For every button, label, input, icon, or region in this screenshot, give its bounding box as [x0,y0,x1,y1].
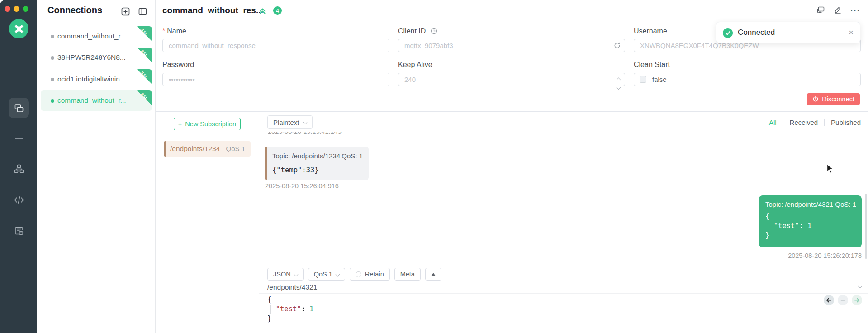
success-check-icon [723,28,733,38]
plus-icon [14,133,24,144]
toast-close-button[interactable]: × [849,28,854,38]
connection-list-item-selected[interactable]: command_without_r... SSL [41,90,152,111]
window-minimize-button[interactable] [14,6,19,12]
window-maximize-button[interactable] [23,6,28,12]
status-dot [51,78,54,81]
arrow-left-icon [826,297,832,303]
name-label: *Name [162,27,186,35]
history-current-button[interactable] [838,295,848,305]
more-options-icon[interactable]: ··· [850,7,860,14]
sidebar-layout-icon [138,7,147,16]
meta-button[interactable]: Meta [394,268,421,281]
stepper-down-button[interactable] [612,83,625,91]
filter-all[interactable]: All [769,119,777,126]
keep-alive-field [398,73,625,86]
client-id-label: Client ID [398,27,437,35]
chevron-down-icon [335,272,340,276]
connection-title: command_without_res... [162,5,263,15]
nav-rail [0,0,37,333]
filter-divider [783,119,783,126]
connection-list-item[interactable]: ocid1.iotdigitaltwinin... SSL [41,69,152,90]
message-timestamp: 2025-08-20 15:26:04:916 [265,182,339,190]
message-payload: { "test": 1 } [765,212,812,240]
chevron-down-icon [303,120,307,124]
client-id-input[interactable] [398,39,625,52]
ssl-badge: SSL [137,69,152,84]
triangle-up-icon [431,273,436,276]
refresh-client-id-icon[interactable] [614,42,621,49]
edit-pencil-icon[interactable] [834,6,842,14]
message-meta-row: Topic: /endpoints/1234 QoS: 1 [272,152,363,160]
nav-topic-tree-button[interactable] [9,158,29,179]
connection-name: 38HPW5R248Y6N8... [57,53,126,62]
published-message-bubble: Topic: /endpoints/4321 QoS: 1 { "test": … [759,195,862,247]
double-chevron-up-icon [259,7,266,14]
keep-alive-input[interactable] [398,73,625,86]
received-message-bubble: Topic: /endpoints/1234 QoS: 1 {"temp":33… [265,147,369,180]
mqttx-app-window: Connections command_without_r... SSL 38H… [0,0,868,333]
history-next-button[interactable] [852,295,862,305]
collapse-panel-button[interactable] [138,7,147,16]
nav-script-button[interactable] [9,190,29,210]
header-actions: ··· [816,6,860,14]
password-input[interactable] [162,73,389,86]
collapse-form-button[interactable] [259,7,266,16]
stepper-up-button[interactable] [612,73,625,83]
clean-start-checkbox[interactable] [640,76,646,83]
chevron-down-icon[interactable] [858,284,863,289]
sitemap-icon [14,163,24,174]
message-timestamp: 2025-08-20 15:26:20:178 [788,252,862,259]
new-subscription-button[interactable]: + New Subscription [174,118,241,130]
qos-dropdown[interactable]: QoS 1 [308,268,345,281]
topic-color-bar [164,141,166,157]
connection-detail-header: command_without_res... 4 ··· *Name Clien… [156,0,868,111]
clean-start-label: Clean Start [634,61,670,69]
name-input[interactable] [162,39,389,52]
payload-history-controls [824,295,862,305]
toast-message: Connected [738,28,775,37]
filter-divider [824,119,825,126]
history-clock-icon [431,28,437,34]
collapse-composer-button[interactable] [425,268,441,281]
nav-connections-button[interactable] [9,98,29,118]
nav-log-button[interactable] [9,220,29,241]
payload-format-dropdown[interactable]: Plaintext [267,115,313,129]
new-connection-button[interactable] [121,7,130,16]
mqttx-logo [9,19,28,38]
ssl-badge: SSL [137,48,152,62]
subscription-item[interactable]: /endpoints/1234 QoS 1 [164,141,251,157]
power-icon [812,96,819,102]
chevron-down-icon [294,272,298,276]
log-icon [14,225,24,236]
arrow-right-icon [854,297,860,303]
filter-published[interactable]: Published [831,119,861,126]
status-dot [51,56,54,60]
ssl-badge: SSL [137,26,152,41]
payload-editor[interactable]: { "test": 1 } [267,295,314,323]
mqttx-logo-icon [14,24,24,34]
message-meta-row: Topic: /endpoints/4321 QoS: 1 [765,200,856,208]
publish-topic-input[interactable]: /endpoints/4321 [267,283,317,291]
connection-list-item[interactable]: command_without_r... SSL [41,26,152,47]
disconnect-button[interactable]: Disconnect [807,93,860,105]
filter-received[interactable]: Received [790,119,818,126]
window-close-button[interactable] [5,6,10,12]
duplicate-icon[interactable] [816,6,825,14]
retain-toggle[interactable]: Retain [350,268,390,281]
password-label: Password [162,61,194,69]
message-payload: {"temp":33} [272,166,319,174]
message-qos: QoS: 1 [342,152,363,160]
nav-new-connection-button[interactable] [9,128,29,148]
connections-panel: Connections command_without_r... SSL 38H… [37,0,156,333]
payload-type-dropdown[interactable]: JSON [267,268,304,281]
clean-start-field: false [634,73,861,86]
history-prev-button[interactable] [824,295,834,305]
message-filters: All Received Published [769,119,861,126]
connection-name: ocid1.iotdigitaltwinin... [57,75,126,83]
subscriptions-panel: + New Subscription /endpoints/1234 QoS 1 [156,112,259,333]
vertical-scrollbar[interactable] [865,194,867,259]
dash-icon [840,297,846,303]
status-dot [51,35,54,38]
message-count-badge: 4 [273,6,282,15]
connection-list-item[interactable]: 38HPW5R248Y6N8... SSL [41,48,152,68]
